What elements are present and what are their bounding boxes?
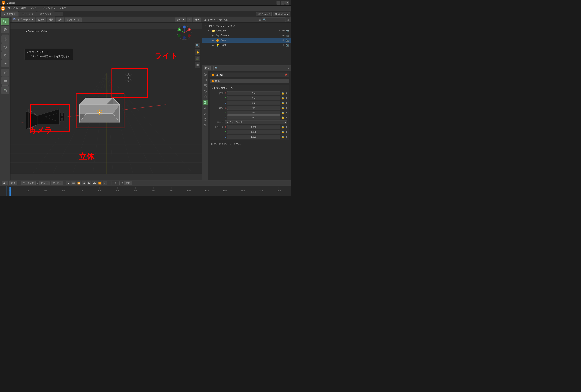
prop-object-icon[interactable]	[203, 100, 208, 105]
timeline-dropdown-btn[interactable]: ◀▾	[1, 181, 8, 185]
start-btn[interactable]: 開始	[124, 181, 132, 185]
rotation-y-value[interactable]: 0°	[227, 110, 280, 114]
add-menu-btn[interactable]: 追加	[56, 18, 64, 22]
maximize-button[interactable]: □	[281, 1, 285, 5]
position-y-value[interactable]: 0 m	[227, 96, 280, 100]
prop-physics-icon[interactable]	[203, 117, 208, 122]
position-x-lock[interactable]: 🔒	[281, 91, 285, 95]
minimize-button[interactable]: —	[276, 1, 280, 5]
view-menu-btn[interactable]: ビュー	[36, 18, 46, 22]
scale-z-value[interactable]: 1.000	[227, 135, 280, 139]
properties-search-input[interactable]	[213, 66, 285, 70]
tab-layout[interactable]: レイアウト	[1, 12, 18, 16]
tool-add[interactable]	[1, 86, 9, 94]
scale-x-value[interactable]: 1.000	[227, 125, 280, 129]
step-forward-btn[interactable]: ⏩	[97, 181, 102, 185]
outliner-camera[interactable]: ▶ 📷 Camera 👁 📷	[202, 33, 291, 38]
step-back-btn[interactable]: ⏪	[76, 181, 81, 185]
collection-check-btn[interactable]: ✓	[278, 29, 281, 32]
coord-gizmo[interactable]: Z X Y	[176, 24, 192, 41]
jump-end-btn[interactable]: ⏭	[103, 181, 107, 185]
hand-tool-icon[interactable]: ✋	[195, 49, 200, 55]
tool-select[interactable]	[1, 18, 9, 26]
outliner-scene-collection[interactable]: ▾ 🗂 シーンコレクション	[202, 23, 291, 28]
pin-btn[interactable]: 📌	[284, 74, 287, 76]
outliner-search-field[interactable]	[262, 18, 286, 22]
grid-view-icon[interactable]: ⊞	[195, 62, 200, 68]
camera-expand-icon[interactable]: ▶	[212, 34, 215, 37]
delta-section[interactable]: ▶ デルタトランスフォーム	[210, 141, 289, 147]
properties-more-btn[interactable]: ▾	[288, 67, 289, 70]
tool-ruler[interactable]	[1, 77, 9, 84]
zoom-in-icon[interactable]: 🔍	[195, 43, 200, 48]
tool-move[interactable]	[1, 35, 9, 43]
tab-modeling[interactable]: モデリング	[19, 12, 37, 16]
tool-cursor[interactable]	[1, 26, 9, 34]
prop-constraints-icon[interactable]	[203, 122, 208, 128]
collection-camera-btn[interactable]: 📷	[286, 29, 289, 32]
transform-header[interactable]: ▾ トランスフォーム	[210, 86, 289, 91]
scene-selector[interactable]: 🎬 Scene ▾	[256, 12, 272, 16]
tool-rotate[interactable]	[1, 43, 9, 51]
collection-eye-btn[interactable]: 👁	[282, 29, 285, 32]
scale-y-value[interactable]: 1.000	[227, 130, 280, 134]
menu-render[interactable]: レンダー	[28, 6, 41, 11]
outliner-filter-btn[interactable]: ☰	[259, 18, 261, 21]
position-x-value[interactable]: 0 m	[227, 91, 280, 95]
outliner-collection[interactable]: ▾ 📁 Collection ✓ 👁 📷	[202, 28, 291, 33]
prop-render-icon[interactable]	[203, 72, 208, 77]
prev-frame-btn[interactable]: ◀	[82, 181, 86, 185]
light-cam-btn[interactable]: 📷	[286, 44, 289, 47]
light-eye-btn[interactable]: 👁	[282, 44, 285, 47]
mode-select-btn[interactable]: オブジェクト... ▾	[12, 18, 35, 22]
object-menu-btn[interactable]: オブジェクト	[65, 18, 82, 22]
timeline-keying-btn[interactable]: キーイング	[21, 181, 36, 185]
tab-more[interactable]: ...	[55, 12, 63, 16]
tool-scale[interactable]	[1, 51, 9, 59]
outliner-cube[interactable]: ▶ 🔶 Cube 👁 📷	[202, 38, 291, 43]
scale-y-lock[interactable]: 🔒	[281, 130, 285, 134]
play-dot-btn[interactable]: ●	[66, 181, 70, 185]
outliner-search-input[interactable]	[262, 18, 286, 22]
scale-z-lock[interactable]: 🔒	[281, 135, 285, 139]
play-btn[interactable]: ▶	[87, 181, 91, 185]
prop-particles-icon[interactable]	[203, 111, 208, 116]
collection-expand-icon[interactable]: ▾	[208, 30, 211, 32]
tool-transform[interactable]	[1, 60, 9, 67]
rotation-y-lock[interactable]: 🔒	[281, 110, 285, 114]
tab-sculpt[interactable]: スカルプト	[37, 12, 55, 16]
camera-view-icon[interactable]: 🎥	[195, 56, 200, 61]
keying-dropdown[interactable]: ▾	[37, 182, 38, 184]
rotation-z-value[interactable]: 0°	[227, 116, 280, 120]
timeline-view-btn[interactable]: ビュー	[39, 181, 49, 185]
viewport-3d[interactable]: オブジェクトモード オブジェクトの対話モードを設定します. (1) Collec…	[10, 22, 202, 180]
camera-cam-btn[interactable]: 📷	[286, 34, 289, 37]
prop-output-icon[interactable]	[203, 77, 208, 82]
camera-eye-btn[interactable]: 👁	[282, 34, 285, 37]
properties-dropdown-btn[interactable]: ⊞ ▾	[204, 66, 211, 70]
menu-window[interactable]: ウィンドウ	[41, 6, 57, 11]
prop-data-dropdown[interactable]: 🔶 Cube ▾	[210, 79, 289, 84]
rotation-z-lock[interactable]: 🔒	[281, 116, 285, 120]
scale-x-lock[interactable]: 🔒	[281, 125, 285, 129]
layer-selector[interactable]: 🖼 ViewLayer	[273, 12, 290, 16]
prop-modifier-icon[interactable]	[203, 106, 208, 111]
next-frame-btn[interactable]: ▶▶	[92, 181, 97, 185]
cube-cam-btn[interactable]: 📷	[286, 39, 289, 42]
menu-edit[interactable]: 編集	[20, 6, 28, 11]
menu-help[interactable]: ヘルプ	[57, 6, 68, 11]
position-y-lock[interactable]: 🔒	[281, 96, 285, 100]
timeline-content[interactable]: 1 10 20 30 40 50 60 70 80	[0, 186, 291, 196]
outliner-filter-icon[interactable]: ⊞	[287, 18, 289, 21]
cube-expand-icon[interactable]: ▶	[212, 39, 215, 42]
rotation-x-lock[interactable]: 🔒	[281, 106, 285, 110]
rotation-x-value[interactable]: 0°	[227, 106, 280, 110]
prop-viewlayer-icon[interactable]	[203, 83, 208, 88]
timeline-play-btn[interactable]: 再生	[9, 181, 17, 185]
position-z-lock[interactable]: 🔒	[281, 101, 285, 105]
jump-start-btn[interactable]: ⏮	[71, 181, 76, 185]
outliner-light[interactable]: ▶ 💡 Light 👁 📷	[202, 43, 291, 48]
expand-icon[interactable]: ▾	[205, 25, 208, 27]
prop-scene-icon[interactable]	[203, 89, 208, 94]
close-button[interactable]: ✕	[285, 1, 289, 5]
